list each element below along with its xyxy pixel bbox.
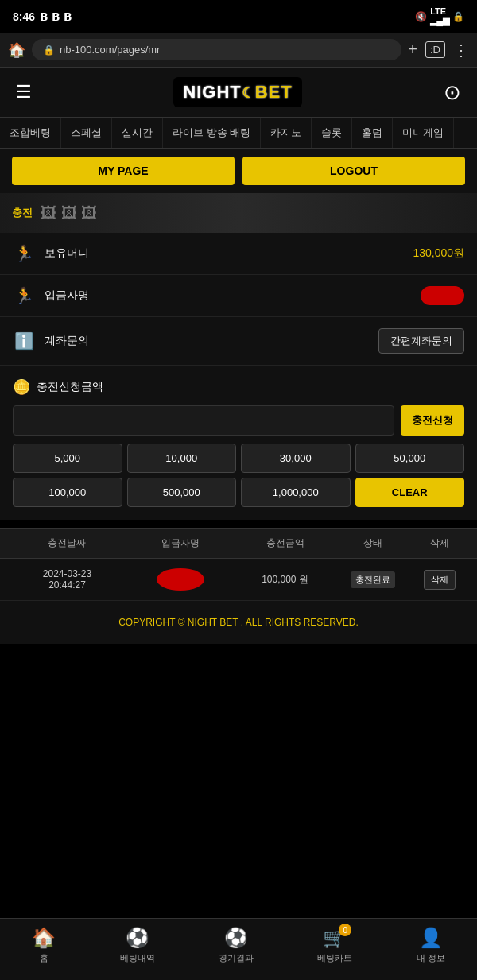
footer-copyright: COPYRIGHT © NIGHT BET . ALL RIGHTS RESER… (0, 601, 477, 644)
amount-50000-button[interactable]: 50,000 (355, 444, 465, 473)
charge-amount-input[interactable] (13, 405, 394, 436)
my-info-icon: 👤 (419, 927, 443, 949)
game-result-icon: ⚽ (224, 927, 248, 949)
name-redacted (157, 568, 204, 591)
amount-5000-button[interactable]: 5,000 (13, 444, 122, 473)
bottom-nav: 🏠 홈 ⚽ 베팅내역 ⚽ 경기결과 🛒 0 베팅카트 👤 내 정보 (0, 918, 477, 980)
more-options-icon[interactable]: ⋮ (453, 41, 469, 60)
amount-grid: 5,000 10,000 30,000 50,000 100,000 500,0… (13, 444, 464, 507)
bottom-nav-my-info-label: 내 정보 (417, 952, 445, 964)
table-header: 충전날짜 입금자명 충전금액 상태 삭제 (0, 528, 477, 559)
empty-space (0, 644, 477, 707)
status-right: 🔇 LTE▂▄▆ 🔒 (415, 6, 464, 26)
hamburger-menu-icon[interactable]: ☰ (16, 82, 32, 103)
nav-item-slots[interactable]: 슬롯 (312, 118, 352, 148)
battery-icon: 🔒 (452, 11, 464, 22)
banner-text: 충전 (12, 206, 33, 220)
info-section: 🏃 보유머니 130,000원 🏃 입금자명 ℹ️ 계좌문의 간편계좌문의 (0, 233, 477, 366)
col-name: 입금자명 (130, 536, 231, 550)
betting-history-icon: ⚽ (126, 927, 149, 949)
bottom-nav-betting-history-label: 베팅내역 (120, 952, 155, 964)
coin-icon: 🪙 (13, 378, 30, 396)
nav-item-live[interactable]: 라이브 방송 배팅 (163, 118, 261, 148)
name-value-hidden (421, 286, 464, 305)
mute-icon: 🔇 (415, 11, 427, 22)
clear-button[interactable]: CLEAR (355, 478, 465, 507)
url-text: nb-100.com/pages/mr (60, 44, 160, 56)
logout-button[interactable]: LOGOUT (242, 157, 465, 185)
nav-bar: 조합베팅 스페셜 실시간 라이브 방송 배팅 카지노 슬롯 홀덤 미니게임 (0, 118, 477, 149)
account-label: 계좌문의 (45, 334, 369, 348)
status-badge: 충전완료 (351, 571, 395, 588)
bottom-nav-home[interactable]: 🏠 홈 (32, 927, 56, 964)
add-tab-button[interactable]: + (408, 41, 417, 59)
tab-count-button[interactable]: :D (425, 41, 445, 58)
site-logo: NIGHT☾BET (173, 77, 301, 107)
bottom-nav-betting-cart[interactable]: 🛒 0 베팅카트 (317, 927, 352, 964)
bottom-nav-game-result-label: 경기결과 (219, 952, 254, 964)
copyright-text: COPYRIGHT © (118, 617, 184, 628)
charge-section: 🪙 충전신청금액 충전신청 5,000 10,000 30,000 50,000… (0, 366, 477, 520)
bottom-nav-betting-history[interactable]: ⚽ 베팅내역 (120, 927, 155, 964)
balance-label: 보유머니 (45, 246, 403, 261)
browser-url-bar[interactable]: 🔒 nb-100.com/pages/mr (32, 39, 401, 60)
row-delete[interactable]: 삭제 (410, 570, 470, 590)
logo-text: NIGHT☾BET (183, 82, 292, 103)
site-header: ☰ NIGHT☾BET ⊙ (0, 68, 477, 118)
name-icon: 🏃 (13, 286, 35, 305)
my-page-button[interactable]: MY PAGE (12, 157, 235, 185)
amount-1000000-button[interactable]: 1,000,000 (241, 478, 351, 507)
nav-item-holdem[interactable]: 홀덤 (352, 118, 393, 148)
charge-submit-button[interactable]: 충전신청 (401, 405, 464, 436)
status-time: 8:46 𝗕 𝗕 𝗕 (13, 10, 72, 23)
lock-icon: 🔒 (43, 45, 55, 56)
banner: 충전 🖼 🖼 🖼 (0, 193, 477, 233)
bottom-nav-cart-label: 베팅카트 (317, 952, 352, 964)
bottom-nav-game-result[interactable]: ⚽ 경기결과 (219, 927, 254, 964)
amount-100000-button[interactable]: 100,000 (13, 478, 122, 507)
status-bar: 8:46 𝗕 𝗕 𝗕 🔇 LTE▂▄▆ 🔒 (0, 0, 477, 33)
balance-row: 🏃 보유머니 130,000원 (0, 233, 477, 275)
user-account-icon[interactable]: ⊙ (444, 80, 461, 105)
action-buttons: MY PAGE LOGOUT (0, 149, 477, 193)
col-amount: 충전금액 (235, 536, 336, 550)
row-amount: 100,000 원 (235, 573, 336, 587)
nav-item-minigame[interactable]: 미니게임 (393, 118, 454, 148)
charge-title-text: 충전신청금액 (37, 380, 103, 394)
browser-bar: 🏠 🔒 nb-100.com/pages/mr + :D ⋮ (0, 33, 477, 68)
banner-decoration: 🖼 🖼 🖼 (41, 204, 97, 223)
name-label: 입금자명 (45, 289, 411, 303)
nav-item-casino[interactable]: 카지노 (261, 118, 312, 148)
amount-500000-button[interactable]: 500,000 (127, 478, 237, 507)
account-icon: ℹ️ (13, 331, 35, 351)
balance-value: 130,000원 (413, 246, 464, 261)
table-row: 2024-03-23 20:44:27 100,000 원 충전완료 삭제 (0, 559, 477, 601)
charge-input-row: 충전신청 (13, 405, 464, 436)
home-icon: 🏠 (32, 927, 56, 949)
amount-30000-button[interactable]: 30,000 (241, 444, 351, 473)
time: 8:46 (13, 10, 35, 23)
account-row: ℹ️ 계좌문의 간편계좌문의 (0, 317, 477, 366)
delete-button[interactable]: 삭제 (424, 570, 456, 590)
bottom-nav-home-label: 홈 (40, 952, 48, 964)
name-row: 🏃 입금자명 (0, 275, 477, 317)
browser-home-icon[interactable]: 🏠 (8, 41, 25, 59)
bottom-nav-my-info[interactable]: 👤 내 정보 (417, 927, 445, 964)
col-date: 충전날짜 (8, 536, 126, 550)
amount-10000-button[interactable]: 10,000 (127, 444, 237, 473)
account-inquiry-button[interactable]: 간편계좌문의 (378, 328, 464, 354)
network-icon: LTE▂▄▆ (430, 6, 449, 26)
row-status: 충전완료 (339, 571, 406, 588)
nav-item-special[interactable]: 스페셜 (61, 118, 112, 148)
rights-text: . ALL RIGHTS RESERVED. (241, 617, 359, 628)
nav-item-combination[interactable]: 조합베팅 (0, 118, 61, 148)
nav-item-realtime[interactable]: 실시간 (112, 118, 163, 148)
balance-icon: 🏃 (13, 244, 35, 263)
col-delete: 삭제 (410, 536, 470, 550)
row-date: 2024-03-23 20:44:27 (8, 568, 126, 591)
cart-badge: 0 (339, 924, 351, 936)
browser-actions: + :D ⋮ (408, 41, 469, 60)
charge-history-table: 충전날짜 입금자명 충전금액 상태 삭제 2024-03-23 20:44:27… (0, 528, 477, 601)
col-status: 상태 (339, 536, 406, 550)
row-name (130, 568, 231, 591)
